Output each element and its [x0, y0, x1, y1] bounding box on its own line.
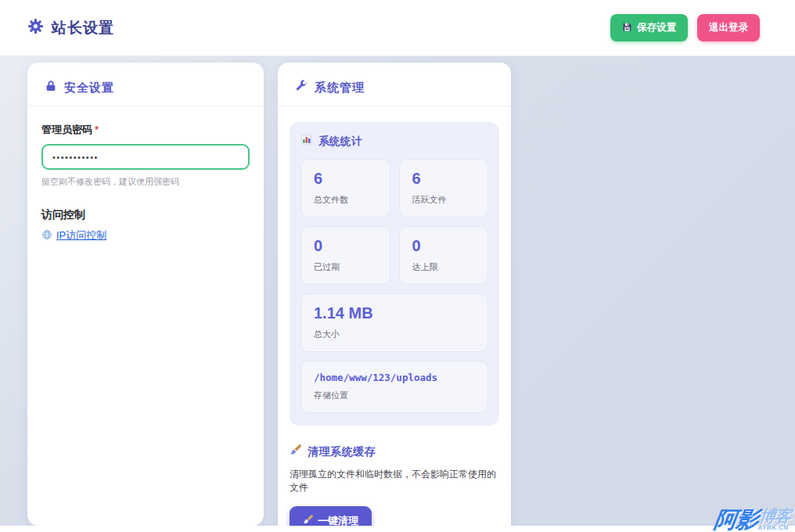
ip-link-label: IP访问控制 [56, 228, 106, 243]
system-stats-panel: 系统统计 6 总文件数 6 活跃文件 0 已过期 0 达上限 [290, 122, 499, 426]
stat-value: 1.14 MB [314, 304, 475, 322]
stat-label: 总大小 [314, 329, 475, 340]
cache-section-header: 清理系统缓存 [290, 444, 499, 459]
bar-chart-icon [300, 134, 312, 149]
security-settings-card: 安全设置 管理员密码* 留空则不修改密码，建议使用强密码 访问控制 IP访问控制 [27, 63, 264, 526]
bottom-strip [0, 526, 795, 532]
admin-password-input[interactable] [41, 144, 250, 170]
lock-icon [45, 80, 57, 95]
gear-icon [27, 18, 44, 38]
stats-panel-title: 系统统计 [318, 135, 362, 149]
security-card-title: 安全设置 [64, 81, 114, 95]
globe-icon [41, 229, 52, 243]
save-settings-button[interactable]: 保存设置 [610, 14, 688, 41]
watermark-name-bold: 阿影 [713, 509, 760, 531]
password-label: 管理员密码* [41, 124, 99, 135]
save-settings-label: 保存设置 [637, 21, 676, 34]
logout-label: 退出登录 [709, 21, 748, 34]
stats-grid: 6 总文件数 6 活跃文件 0 已过期 0 达上限 1.14 MB 总大小 [300, 159, 488, 413]
stat-storage-location: /home/www/123/uploads 存储位置 [300, 361, 488, 413]
access-control-title: 访问控制 [41, 208, 250, 222]
stat-expired: 0 已过期 [300, 226, 390, 285]
cache-description: 清理孤立的文件和临时数据，不会影响正常使用的文件 [290, 468, 499, 494]
stat-limit-reached: 0 达上限 [399, 226, 489, 285]
system-card-title: 系统管理 [315, 81, 365, 95]
stat-value: 6 [412, 170, 476, 188]
stat-value: 0 [314, 237, 377, 255]
app-header: 站长设置 保存设置 退出登录 [0, 0, 795, 56]
page-title: 站长设置 [52, 18, 114, 38]
header-actions: 保存设置 退出登录 [610, 14, 760, 41]
header-brand: 站长设置 [27, 18, 114, 38]
stat-active-files: 6 活跃文件 [399, 159, 489, 217]
stat-label: 总文件数 [314, 194, 377, 206]
password-help-text: 留空则不修改密码，建议使用强密码 [41, 176, 250, 188]
stat-label: 达上限 [412, 261, 476, 273]
logout-button[interactable]: 退出登录 [697, 14, 760, 41]
watermark-name-light: 博客 [758, 508, 792, 524]
stat-label: 存储位置 [314, 390, 475, 401]
floppy-disk-icon [622, 22, 632, 34]
stat-value: 0 [412, 237, 476, 255]
cache-section-title: 清理系统缓存 [308, 445, 376, 459]
ip-access-control-link[interactable]: IP访问控制 [41, 228, 106, 243]
system-card-header: 系统管理 [278, 63, 511, 106]
stats-panel-header: 系统统计 [300, 134, 488, 149]
stat-label: 活跃文件 [412, 194, 476, 206]
stat-value: 6 [314, 170, 377, 188]
security-card-header: 安全设置 [27, 63, 264, 106]
storage-path-value: /home/www/123/uploads [314, 372, 475, 383]
stat-total-size: 1.14 MB 总大小 [300, 293, 488, 352]
wrench-icon [295, 80, 308, 95]
stat-total-files: 6 总文件数 [300, 159, 390, 217]
cache-clean-section: 清理系统缓存 清理孤立的文件和临时数据，不会影响正常使用的文件 一键清理 [290, 444, 499, 532]
stat-label: 已过期 [314, 261, 377, 273]
required-asterisk: * [95, 124, 99, 135]
paintbrush-icon [290, 444, 301, 459]
system-management-card: 系统管理 系统统计 6 总文件数 [278, 63, 511, 532]
watermark-url: AYBK.CN [757, 525, 789, 531]
site-watermark: 阿影 博客 AYBK.CN [713, 508, 792, 531]
